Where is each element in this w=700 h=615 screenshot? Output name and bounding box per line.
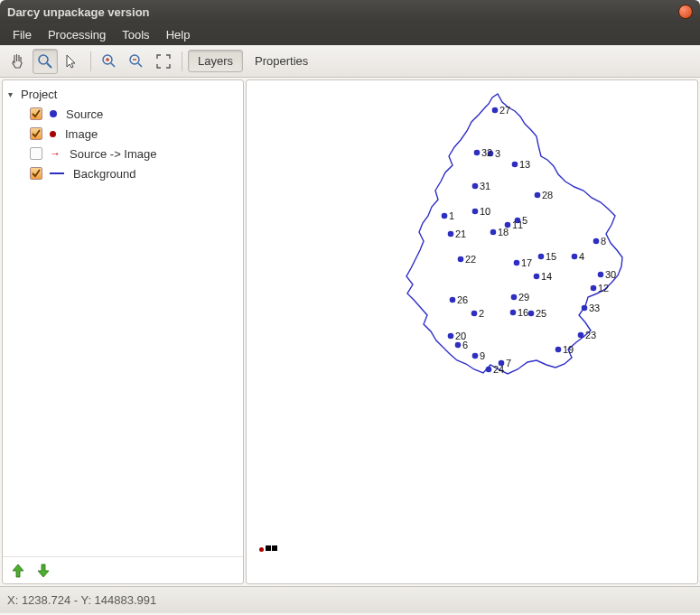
- source-point[interactable]: [578, 332, 584, 339]
- cursor-tool[interactable]: [60, 49, 85, 74]
- map-svg: 1234567891011121314151617181920212223242…: [247, 80, 698, 582]
- layer-visibility-checkbox[interactable]: [30, 167, 42, 180]
- source-point[interactable]: [472, 209, 479, 215]
- point-label: 24: [493, 364, 504, 375]
- source-point[interactable]: [490, 229, 497, 236]
- point-label: 7: [506, 358, 511, 368]
- svg-line-1: [47, 63, 51, 68]
- properties-toggle[interactable]: Properties: [245, 50, 318, 72]
- source-point[interactable]: [591, 285, 597, 292]
- menu-file[interactable]: File: [5, 26, 39, 43]
- point-label: 23: [585, 330, 596, 340]
- move-up-button[interactable]: [8, 561, 28, 581]
- point-label: 2: [479, 308, 484, 319]
- layers-toggle[interactable]: Layers: [188, 50, 243, 72]
- source-point[interactable]: [448, 231, 454, 238]
- source-point[interactable]: [598, 272, 604, 278]
- source-point[interactable]: [472, 353, 479, 359]
- fit-button[interactable]: [151, 49, 176, 74]
- zoom-tool[interactable]: [33, 49, 58, 74]
- source-point[interactable]: [534, 274, 540, 280]
- source-point[interactable]: [582, 305, 588, 312]
- blue-dot-icon: [50, 110, 57, 117]
- tree-item-label: Source: [66, 107, 103, 121]
- layer-tree: ▾ Project SourceImage→Source -> ImageBac…: [3, 80, 243, 556]
- layer-visibility-checkbox[interactable]: [30, 107, 42, 120]
- source-point[interactable]: [555, 347, 562, 353]
- point-label: 9: [480, 350, 485, 361]
- source-point[interactable]: [535, 192, 541, 199]
- point-label: 3: [495, 148, 500, 159]
- source-point[interactable]: [486, 367, 492, 373]
- source-point[interactable]: [492, 107, 499, 114]
- source-point[interactable]: [514, 260, 520, 266]
- point-label: 29: [518, 292, 529, 303]
- source-point[interactable]: [442, 213, 448, 219]
- toolbar-separator: [90, 51, 91, 71]
- svg-line-7: [138, 63, 142, 67]
- tree-item[interactable]: →Source -> Image: [8, 144, 238, 163]
- legend-red-dot-icon: [259, 547, 264, 552]
- move-down-button[interactable]: [33, 561, 53, 581]
- point-label: 22: [465, 254, 476, 265]
- source-point[interactable]: [512, 162, 518, 168]
- blue-line-icon: [50, 172, 64, 174]
- status-coordinates: X: 1238.724 - Y: 144883.991: [7, 593, 156, 607]
- point-label: 15: [546, 251, 556, 262]
- point-label: 1: [449, 210, 454, 221]
- svg-point-0: [39, 55, 48, 64]
- source-point[interactable]: [450, 297, 456, 303]
- tree-item[interactable]: Background: [8, 163, 238, 183]
- source-point[interactable]: [593, 238, 600, 245]
- source-point[interactable]: [511, 294, 518, 301]
- source-point[interactable]: [448, 333, 454, 340]
- tree-item-label: Image: [65, 127, 98, 141]
- title-bar: Darcy unpackage version: [0, 0, 700, 23]
- point-label: 21: [455, 228, 466, 239]
- point-label: 33: [589, 303, 600, 313]
- tree-expand-icon[interactable]: ▾: [8, 89, 17, 99]
- zoom-in-button[interactable]: [97, 49, 122, 74]
- legend-black-square-icon: [272, 545, 277, 551]
- point-label: 27: [499, 105, 510, 116]
- source-point[interactable]: [471, 311, 478, 317]
- map-canvas[interactable]: 1234567891011121314151617181920212223242…: [246, 79, 698, 584]
- source-point[interactable]: [458, 256, 464, 263]
- toolbar: Layers Properties: [0, 45, 700, 78]
- tree-item[interactable]: Source: [8, 104, 238, 124]
- point-label: 8: [601, 236, 606, 247]
- point-label: 14: [541, 271, 552, 282]
- window-title: Darcy unpackage version: [7, 5, 678, 19]
- menu-tools[interactable]: Tools: [115, 26, 156, 43]
- point-label: 17: [521, 257, 532, 268]
- menu-help[interactable]: Help: [159, 26, 198, 43]
- point-label: 12: [598, 283, 609, 294]
- menu-processing[interactable]: Processing: [41, 26, 113, 43]
- source-point[interactable]: [472, 183, 479, 190]
- point-label: 13: [519, 159, 530, 170]
- legend-black-square-icon: [266, 545, 271, 551]
- source-point[interactable]: [538, 254, 545, 260]
- tree-item[interactable]: Image: [8, 124, 238, 144]
- point-label: 32: [481, 147, 492, 158]
- pan-tool[interactable]: [5, 49, 31, 74]
- canvas-legend: [259, 545, 277, 552]
- tree-root[interactable]: ▾ Project: [8, 84, 238, 104]
- layer-visibility-checkbox[interactable]: [30, 127, 42, 140]
- point-label: 25: [536, 308, 546, 319]
- source-point[interactable]: [572, 254, 578, 260]
- close-button[interactable]: [678, 5, 693, 19]
- point-label: 18: [498, 227, 509, 238]
- layer-visibility-checkbox[interactable]: [30, 147, 42, 160]
- source-point[interactable]: [528, 311, 535, 317]
- menu-bar: File Processing Tools Help: [0, 23, 700, 45]
- tree-item-label: Background: [73, 167, 135, 181]
- zoom-out-button[interactable]: [124, 49, 149, 74]
- toolbar-separator: [182, 51, 182, 71]
- red-dot-icon: [50, 131, 56, 137]
- source-point[interactable]: [474, 150, 481, 156]
- source-point[interactable]: [455, 342, 462, 349]
- source-point[interactable]: [510, 310, 517, 316]
- sidebar-footer: [3, 556, 243, 583]
- point-label: 16: [518, 307, 528, 318]
